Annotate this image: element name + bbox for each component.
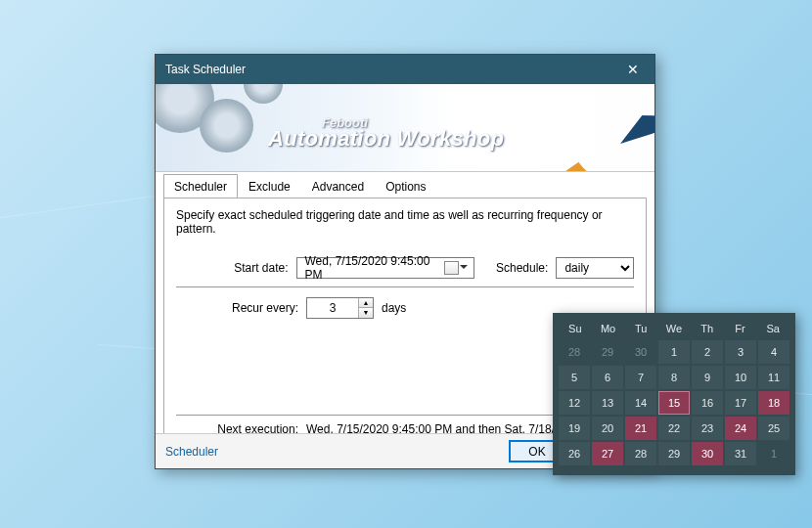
tab-scheduler[interactable]: Scheduler — [163, 174, 238, 198]
recur-label: Recur every: — [176, 301, 298, 315]
calendar-day-header: We — [657, 323, 691, 334]
calendar-cell: 1 — [758, 442, 789, 465]
calendar-cell[interactable]: 12 — [559, 391, 590, 415]
tab-exclude[interactable]: Exclude — [238, 174, 301, 198]
pane-description: Specify exact scheduled triggering date … — [176, 208, 634, 243]
calendar-cell[interactable]: 28 — [625, 442, 656, 465]
scheduler-link[interactable]: Scheduler — [165, 445, 503, 459]
calendar-cell[interactable]: 10 — [725, 366, 756, 389]
calendar-icon[interactable] — [444, 261, 459, 275]
spin-up-icon[interactable]: ▲ — [359, 298, 373, 308]
tab-advanced[interactable]: Advanced — [301, 174, 375, 198]
start-date-value: Wed, 7/15/2020 9:45:00 PM — [301, 254, 441, 282]
calendar-popup[interactable]: SuMoTuWeThFrSa 2829301234567891011121314… — [553, 313, 795, 475]
start-date-picker[interactable]: Wed, 7/15/2020 9:45:00 PM — [296, 257, 475, 279]
recur-unit: days — [382, 301, 406, 315]
calendar-cell[interactable]: 4 — [758, 340, 789, 364]
calendar-grid: 2829301234567891011121314151617181920212… — [559, 340, 789, 465]
titlebar[interactable]: Task Scheduler ✕ — [156, 55, 654, 84]
calendar-day-header: Su — [559, 323, 592, 334]
calendar-cell[interactable]: 19 — [559, 417, 590, 440]
calendar-cell[interactable]: 7 — [625, 366, 656, 389]
calendar-day-header: Fr — [724, 323, 757, 334]
spin-down-icon[interactable]: ▼ — [359, 308, 373, 318]
calendar-cell[interactable]: 2 — [692, 340, 723, 364]
calendar-cell: 29 — [592, 340, 623, 364]
calendar-cell[interactable]: 27 — [592, 442, 623, 465]
calendar-cell[interactable]: 6 — [592, 366, 623, 389]
calendar-day-header: Mo — [592, 323, 625, 334]
calendar-cell: 30 — [625, 340, 656, 364]
schedule-label: Schedule: — [496, 261, 548, 275]
calendar-cell[interactable]: 25 — [758, 417, 789, 440]
calendar-cell[interactable]: 21 — [625, 417, 656, 440]
calendar-cell[interactable]: 3 — [725, 340, 756, 364]
calendar-cell[interactable]: 5 — [559, 366, 590, 389]
calendar-cell[interactable]: 13 — [592, 391, 623, 415]
recur-spinner[interactable]: ▲ ▼ — [306, 297, 374, 319]
calendar-day-header: Tu — [624, 323, 657, 334]
calendar-cell[interactable]: 18 — [758, 391, 789, 415]
recur-input[interactable] — [307, 298, 358, 318]
calendar-cell[interactable]: 16 — [692, 391, 723, 415]
calendar-cell[interactable]: 26 — [559, 442, 590, 465]
close-icon[interactable]: ✕ — [621, 62, 645, 77]
calendar-cell[interactable]: 1 — [658, 340, 690, 364]
tab-options[interactable]: Options — [375, 174, 436, 198]
calendar-cell[interactable]: 15 — [658, 391, 690, 415]
calendar-cell[interactable]: 22 — [658, 417, 690, 440]
banner-text: Febooti Automation Workshop — [268, 115, 504, 152]
calendar-cell[interactable]: 30 — [692, 442, 723, 465]
tab-row: Scheduler Exclude Advanced Options — [156, 174, 654, 198]
window-title: Task Scheduler — [165, 63, 621, 76]
calendar-cell[interactable]: 11 — [758, 366, 789, 389]
banner: Febooti Automation Workshop — [156, 84, 654, 172]
calendar-cell[interactable]: 9 — [692, 366, 723, 389]
calendar-cell[interactable]: 29 — [658, 442, 690, 465]
calendar-day-header: Th — [691, 323, 724, 334]
calendar-cell[interactable]: 14 — [625, 391, 656, 415]
calendar-day-header: Sa — [756, 323, 789, 334]
calendar-cell[interactable]: 23 — [692, 417, 723, 440]
calendar-cell: 28 — [559, 340, 590, 364]
calendar-cell[interactable]: 17 — [725, 391, 756, 415]
clock-decoration — [552, 84, 654, 172]
start-date-label: Start date: — [176, 261, 289, 275]
banner-title: Automation Workshop — [268, 126, 504, 152]
calendar-weekday-row: SuMoTuWeThFrSa — [559, 323, 789, 334]
schedule-select[interactable]: daily — [556, 257, 634, 279]
divider — [176, 286, 634, 287]
calendar-cell[interactable]: 24 — [725, 417, 756, 440]
calendar-cell[interactable]: 20 — [592, 417, 623, 440]
calendar-cell[interactable]: 31 — [725, 442, 756, 465]
calendar-cell[interactable]: 8 — [658, 366, 690, 389]
